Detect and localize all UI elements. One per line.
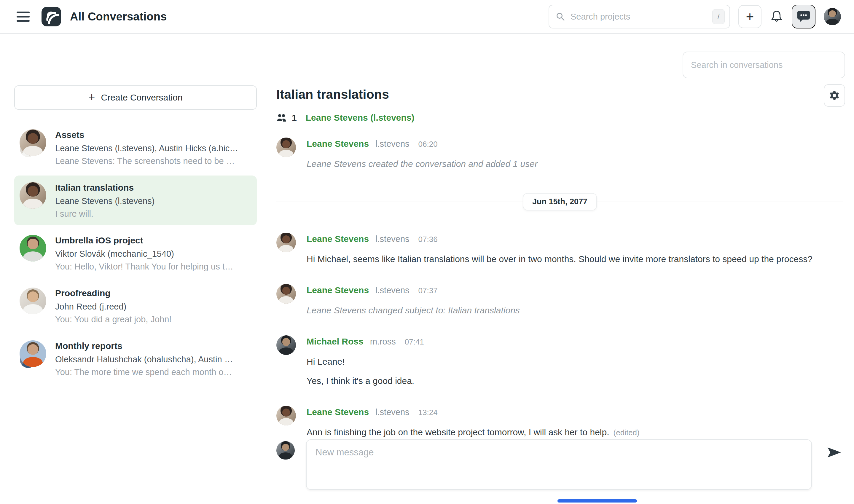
conversation-avatar <box>20 129 46 156</box>
date-divider: Jun 15th, 2077 <box>277 193 843 210</box>
gear-icon <box>829 90 840 101</box>
date-pill: Jun 15th, 2077 <box>523 193 597 211</box>
message-username: l.stevens <box>375 407 409 417</box>
message: Leane Stevens l.stevens 07:37 Leane Stev… <box>277 284 843 317</box>
search-projects-input[interactable] <box>570 12 708 22</box>
message-author[interactable]: Leane Stevens <box>307 139 369 149</box>
message-avatar <box>277 406 296 426</box>
app-root: All Conversations / + <box>0 0 854 504</box>
message-text: Leane Stevens created the conversation a… <box>307 157 538 170</box>
search-icon <box>556 12 565 21</box>
send-button[interactable] <box>827 447 841 459</box>
participants-icon <box>277 113 287 122</box>
message-time: 06:20 <box>419 140 438 149</box>
message-avatar <box>277 284 296 304</box>
conversation-last-message: Leane Stevens: The screenshots need to b… <box>55 156 238 166</box>
create-conversation-button[interactable]: + Create Conversation <box>14 85 257 110</box>
message-avatar <box>277 335 296 355</box>
conversation-item[interactable]: Monthly reports Oleksandr Halushchak (oh… <box>14 334 257 384</box>
message-author[interactable]: Michael Ross <box>307 337 363 346</box>
conversation-avatar <box>20 235 46 262</box>
conversation-title: Proofreading <box>55 288 172 298</box>
message-time: 07:41 <box>405 337 424 346</box>
message-author[interactable]: Leane Stevens <box>307 407 369 417</box>
message-time: 07:36 <box>419 235 438 244</box>
highlight-bar <box>557 499 637 503</box>
conversations-sidebar: + Create Conversation Assets Leane Steve… <box>14 85 257 384</box>
new-message-input[interactable] <box>306 439 812 490</box>
message-text: Hi Leane!Yes, I think it's a good idea. <box>307 355 424 388</box>
logo-swirl-icon <box>41 7 61 26</box>
chat-bubble-icon <box>797 10 811 23</box>
conversation-title: Umbrella iOS project <box>55 235 233 246</box>
message: Leane Stevens l.stevens 07:36 Hi Michael… <box>277 233 843 266</box>
message-username: l.stevens <box>375 139 409 149</box>
conversation-last-message: You: Hello, Viktor! Thank You for helpin… <box>55 262 233 272</box>
message-avatar <box>277 233 296 252</box>
conversation-title: Monthly reports <box>55 341 233 351</box>
conversation-title: Italian translations <box>55 183 155 193</box>
plus-icon: + <box>88 91 95 103</box>
message-text: Ann is finishing the job on the website … <box>307 426 640 439</box>
message: Michael Ross m.ross 07:41 Hi Leane!Yes, … <box>277 335 843 388</box>
conversation-avatar <box>20 340 46 367</box>
project-search[interactable]: / <box>549 5 730 29</box>
message-username: m.ross <box>370 337 396 346</box>
send-icon <box>827 447 841 458</box>
participants-count: 1 <box>292 113 297 123</box>
conversation-avatar <box>20 288 46 314</box>
app-logo[interactable] <box>41 7 61 26</box>
message-username: l.stevens <box>375 234 409 244</box>
message: Leane Stevens l.stevens 13:24 Ann is fin… <box>277 406 843 439</box>
message-time: 13:24 <box>419 408 438 417</box>
conversation-title: Assets <box>55 130 238 140</box>
message-author[interactable]: Leane Stevens <box>307 285 369 295</box>
conversation-item[interactable]: Umbrella iOS project Viktor Slovák (mech… <box>14 228 257 278</box>
conversation-participants: Leane Stevens (l.stevens) <box>55 196 155 206</box>
message-username: l.stevens <box>375 286 409 295</box>
conversation-last-message: You: You did a great job, John! <box>55 314 172 324</box>
message-author[interactable]: Leane Stevens <box>307 234 369 244</box>
conversation-item[interactable]: Assets Leane Stevens (l.stevens), Austin… <box>14 123 257 173</box>
search-in-conversations-input[interactable] <box>682 52 845 78</box>
conversation-item[interactable]: Proofreading John Reed (j.reed) You: You… <box>14 281 257 331</box>
conversation-participants: John Reed (j.reed) <box>55 302 172 311</box>
participants-link[interactable]: Leane Stevens (l.stevens) <box>306 113 414 123</box>
notifications-button[interactable] <box>770 10 783 24</box>
conversation-list: Assets Leane Stevens (l.stevens), Austin… <box>14 123 257 384</box>
edited-label: (edited) <box>613 428 640 437</box>
message-list: Leane Stevens l.stevens 06:20 Leane Stev… <box>277 138 843 457</box>
conversation-settings-button[interactable] <box>824 84 845 107</box>
top-bar: All Conversations / + <box>0 0 854 34</box>
message-composer <box>277 439 843 490</box>
conversations-button[interactable] <box>792 5 816 29</box>
message-avatar <box>277 138 296 157</box>
conversation-last-message: You: The more time we spend each month o… <box>55 367 233 377</box>
participants-row: 1 Leane Stevens (l.stevens) <box>277 113 414 123</box>
topbar-actions: / + <box>549 5 841 29</box>
page-title: All Conversations <box>70 11 167 23</box>
conversation-last-message: I sure will. <box>55 209 155 219</box>
composer-avatar <box>277 441 295 460</box>
chat-title: Italian translations <box>277 87 389 102</box>
message-time: 07:37 <box>419 286 438 295</box>
conversation-avatar <box>20 182 46 209</box>
chat-panel: Italian translations 1 Leane Stevens (l.… <box>277 33 854 504</box>
conversation-participants: Leane Stevens (l.stevens), Austin Hicks … <box>55 144 238 153</box>
bell-icon <box>770 10 783 24</box>
message: Leane Stevens l.stevens 06:20 Leane Stev… <box>277 138 843 170</box>
user-avatar[interactable] <box>824 8 841 25</box>
conversation-participants: Viktor Slovák (mechanic_1540) <box>55 249 233 259</box>
conversation-participants: Oleksandr Halushchak (ohalushcha), Austi… <box>55 355 233 364</box>
menu-icon[interactable] <box>17 12 30 22</box>
message-text: Leane Stevens changed subject to: Italia… <box>307 304 520 317</box>
message-text: Hi Michael, seems like Italian translati… <box>307 252 813 266</box>
add-button[interactable]: + <box>739 5 762 28</box>
conversation-item[interactable]: Italian translations Leane Stevens (l.st… <box>14 176 257 225</box>
keyboard-shortcut-badge: / <box>712 9 725 24</box>
